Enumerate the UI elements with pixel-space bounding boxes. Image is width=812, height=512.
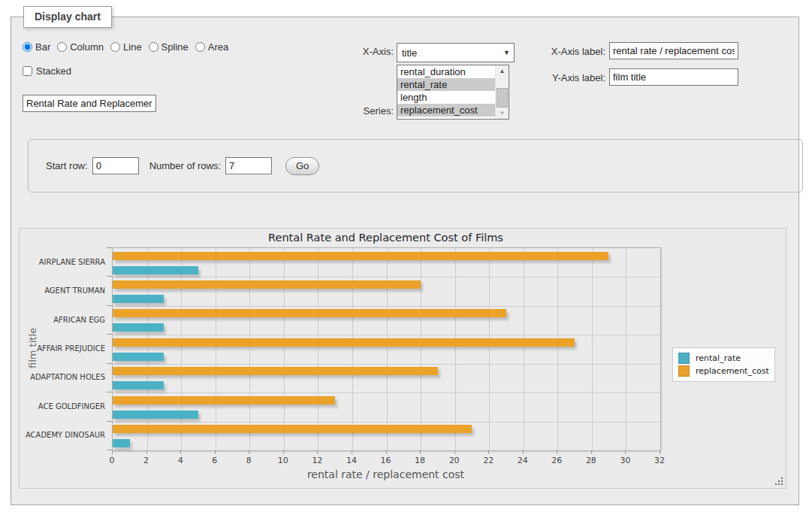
gridline-vertical — [387, 248, 388, 450]
x-tick-label: 10 — [272, 456, 294, 465]
num-rows-input[interactable] — [225, 157, 272, 174]
radio-bar[interactable] — [23, 42, 32, 52]
x-axis-tick-mark — [180, 450, 181, 454]
x-tick-label: 32 — [648, 456, 671, 465]
bar-replacement_cost — [113, 252, 608, 260]
legend-swatch-rental_rate — [678, 353, 690, 364]
bar-replacement_cost — [113, 280, 421, 289]
y-axis-tick-mark — [107, 305, 112, 306]
row-range-panel: Start row: Number of rows: Go — [28, 139, 803, 192]
bar-rental_rate — [113, 353, 164, 361]
y-tick-label: AFFAIR PREJUDICE — [20, 334, 105, 362]
y-tick-label: AGENT TRUMAN — [20, 276, 105, 304]
bar-rental_rate — [113, 411, 198, 419]
radio-spline[interactable] — [149, 42, 158, 52]
y-axis-tick-mark — [107, 450, 112, 450]
display-chart-fieldset: Display chart BarColumnLineSplineArea St… — [11, 17, 799, 505]
gridline-vertical — [318, 248, 318, 450]
gridline-vertical — [216, 248, 216, 450]
x-axis-tick-mark — [283, 450, 284, 454]
go-button[interactable]: Go — [285, 157, 319, 175]
chart-type-option-line[interactable]: Line — [110, 41, 142, 53]
x-tick-label: 30 — [614, 456, 636, 465]
legend-entry-replacement_cost: replacement_cost — [678, 365, 769, 377]
gridline-vertical — [421, 248, 421, 450]
y-tick-label: ACADEMY DINOSAUR — [20, 421, 105, 450]
y-axis-tick-mark — [107, 392, 112, 392]
series-select-label: Series: — [331, 105, 394, 117]
x-axis-tick-mark — [625, 450, 626, 454]
x-tick-label: 14 — [340, 456, 363, 465]
x-tick-label: 22 — [477, 456, 500, 465]
resize-grip-icon[interactable] — [774, 477, 783, 486]
x-tick-label: 0 — [101, 456, 123, 465]
stacked-checkbox[interactable] — [23, 66, 32, 76]
gridline-horizontal — [113, 392, 660, 393]
y-axis-label-label: Y-Axis label: — [477, 72, 605, 83]
chart-type-option-spline[interactable]: Spline — [149, 41, 189, 53]
gridline-vertical — [249, 248, 250, 450]
scrollbar-thumb[interactable] — [497, 88, 508, 108]
chart-type-option-column[interactable]: Column — [57, 41, 104, 53]
start-row-input[interactable] — [92, 157, 139, 174]
x-axis-tick-mark — [660, 450, 660, 454]
x-axis-tick-mark — [557, 450, 557, 454]
x-tick-label: 6 — [204, 456, 226, 465]
x-tick-labels: 02468101214161820222426283032 — [112, 456, 660, 466]
series-option-replacement_cost[interactable]: replacement_cost — [397, 104, 495, 117]
x-axis-tick-mark — [146, 450, 147, 454]
y-tick-label: AIRPLANE SIERRA — [20, 247, 105, 276]
radio-label-bar: Bar — [35, 41, 50, 53]
radio-line[interactable] — [110, 42, 120, 52]
start-row-label: Start row: — [46, 160, 88, 171]
x-tick-label: 12 — [306, 456, 328, 465]
scroll-down-icon[interactable]: ▼ — [496, 108, 509, 119]
fieldset-legend: Display chart — [23, 6, 112, 28]
radio-label-spline: Spline — [161, 41, 189, 53]
y-tick-labels: AIRPLANE SIERRAAGENT TRUMANAFRICAN EGGAF… — [20, 247, 105, 450]
x-axis-tick-mark — [488, 450, 489, 454]
bar-rental_rate — [113, 295, 164, 303]
gridline-horizontal — [113, 335, 660, 335]
gridline-horizontal — [113, 277, 660, 277]
gridline-vertical — [524, 248, 524, 450]
x-axis-tick-mark — [523, 450, 524, 454]
bar-replacement_cost — [113, 425, 472, 433]
bar-rental_rate — [113, 381, 164, 389]
radio-label-column: Column — [70, 41, 104, 53]
y-tick-label: ADAPTATION HOLES — [20, 363, 105, 392]
chart-container: Rental Rate and Replacement Cost of Film… — [19, 228, 786, 489]
chart-title-input[interactable] — [23, 95, 156, 112]
stacked-label: Stacked — [36, 65, 71, 77]
radio-column[interactable] — [57, 42, 67, 52]
y-axis-tick-mark — [107, 276, 112, 277]
chart-type-option-bar[interactable]: Bar — [23, 41, 50, 53]
bar-rental_rate — [113, 439, 130, 447]
bar-rental_rate — [113, 323, 164, 332]
y-tick-label: ACE GOLDFINGER — [20, 392, 105, 420]
x-tick-label: 4 — [169, 456, 192, 465]
x-axis-selected-value: title — [402, 47, 417, 59]
x-tick-label: 16 — [375, 456, 397, 465]
chart-type-option-area[interactable]: Area — [195, 41, 228, 53]
gridline-horizontal — [113, 364, 660, 365]
gridline-vertical — [557, 248, 558, 450]
x-axis-tick-mark — [454, 450, 455, 454]
radio-area[interactable] — [195, 42, 205, 52]
x-tick-label: 18 — [409, 456, 431, 465]
series-option-length[interactable]: length — [397, 91, 495, 104]
gridline-horizontal — [113, 306, 660, 307]
chart-legend: rental_ratereplacement_cost — [672, 347, 775, 382]
gridline-vertical — [352, 248, 353, 450]
y-axis-label-input[interactable] — [609, 68, 738, 86]
y-axis-tick-mark — [107, 421, 112, 422]
x-tick-label: 8 — [237, 456, 260, 465]
x-axis-label-input[interactable] — [609, 42, 738, 59]
plot-grid — [112, 247, 661, 451]
x-axis-select-label: X-Axis: — [331, 46, 394, 57]
legend-label-replacement_cost: replacement_cost — [696, 366, 769, 376]
gridline-vertical — [181, 248, 182, 450]
gridline-vertical — [626, 248, 626, 450]
stacked-checkbox-row: Stacked — [23, 65, 71, 77]
x-tick-label: 20 — [443, 456, 466, 465]
